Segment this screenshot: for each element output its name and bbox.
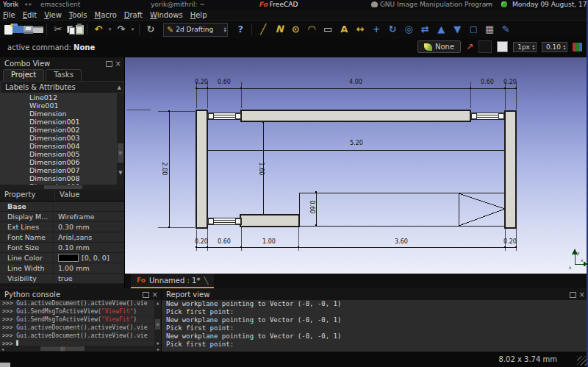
- toolbar-button[interactable]: ✂: [50, 22, 66, 37]
- property-row[interactable]: Line Width 1.00 mm: [0, 263, 124, 274]
- toolbar-button[interactable]: [24, 26, 33, 34]
- menu-item[interactable]: Windows: [150, 11, 183, 19]
- property-row[interactable]: Visibility true: [0, 274, 124, 284]
- toolbar-button[interactable]: ✎: [498, 22, 514, 37]
- property-row[interactable]: Ext Lines 0.30 mm: [0, 222, 124, 232]
- document-tab[interactable]: Fo Unnamed : 1* ╲: [131, 274, 214, 288]
- toolbar-button[interactable]: [4, 25, 12, 35]
- toolbar-button[interactable]: ▾: [107, 22, 113, 37]
- scroll-down-icon[interactable]: ▼: [117, 170, 124, 176]
- report-view-output[interactable]: New workplane pointing to Vector (-0, -0…: [162, 300, 588, 353]
- property-row[interactable]: Font Name Arial,sans: [0, 232, 124, 243]
- resize-grip[interactable]: [577, 356, 587, 366]
- toolbar-button[interactable]: ⇄: [417, 22, 433, 37]
- toolbar-button[interactable]: [12, 26, 24, 33]
- menu-item[interactable]: Edit: [23, 11, 37, 19]
- tree-item[interactable]: Dimension005: [0, 150, 124, 158]
- property-row[interactable]: Display M... Wireframe: [0, 212, 124, 222]
- console-vertical-scrollbar[interactable]: ▲≡▼: [154, 300, 161, 346]
- tree-item[interactable]: Wire001: [0, 101, 124, 110]
- property-row[interactable]: Font Size 0.10 mm: [0, 243, 124, 253]
- tree-item[interactable]: Dimension001: [0, 118, 124, 126]
- tab-project[interactable]: Project: [3, 69, 44, 81]
- task-freecad[interactable]: Fo FreeCAD: [259, 1, 298, 8]
- empty-field[interactable]: [478, 40, 492, 53]
- scroll-right-icon[interactable]: ▸: [157, 346, 159, 352]
- spinner-arrows-icon[interactable]: ▴▾: [563, 44, 565, 50]
- workbench-selector[interactable]: ✎ 2d Drafting ▴▾: [163, 23, 228, 37]
- float-panel-icon[interactable]: [570, 292, 576, 298]
- toolbar-button[interactable]: [76, 25, 84, 35]
- construction-mode-icon[interactable]: ↗: [466, 42, 473, 52]
- autogroup-button[interactable]: None: [417, 40, 461, 53]
- toolbar-button[interactable]: ▭: [320, 22, 336, 37]
- tree-item[interactable]: Dimension006: [0, 158, 124, 166]
- scrollbar-thumb[interactable]: ≡: [155, 319, 160, 329]
- property-row[interactable]: Base: [0, 202, 124, 212]
- toolbar-button[interactable]: N: [271, 22, 287, 37]
- tree-item[interactable]: Dimension002: [0, 126, 124, 134]
- close-panel-icon[interactable]: ×: [115, 61, 121, 67]
- menu-item[interactable]: Draft: [124, 11, 143, 19]
- toolbar-button[interactable]: ╱: [255, 22, 271, 37]
- menu-item[interactable]: File: [3, 11, 15, 19]
- toolbar-button[interactable]: ↻: [384, 22, 401, 37]
- scrollbar-thumb[interactable]: ≡: [118, 143, 123, 163]
- tree-item[interactable]: Dimension003: [0, 134, 124, 142]
- tray-icon[interactable]: [501, 1, 507, 8]
- tree-item[interactable]: Dimension004: [0, 142, 124, 150]
- toolbar-button[interactable]: ◻: [465, 22, 481, 37]
- window-resize-handle[interactable]: [0, 363, 10, 367]
- toolbar-button[interactable]: ▼: [449, 22, 465, 37]
- toolbar-button[interactable]: ▾: [129, 22, 136, 37]
- toolbar-button[interactable]: ◠: [304, 22, 320, 37]
- spinner-arrows-icon[interactable]: ▴▾: [532, 44, 534, 50]
- toolbar-button[interactable]: ↷: [113, 22, 129, 37]
- scroll-up-icon[interactable]: ▲: [118, 85, 121, 90]
- tree-item[interactable]: Dimension: [0, 110, 124, 118]
- menu-item[interactable]: Tools: [69, 11, 87, 19]
- line-color-swatch[interactable]: [497, 41, 508, 52]
- apply-style-icon[interactable]: [573, 43, 582, 51]
- pager-arrows-icon[interactable]: ◂ ▸: [484, 1, 492, 7]
- toolbar-button[interactable]: [46, 24, 47, 35]
- toolbar-button[interactable]: ?: [232, 22, 248, 37]
- task-terminal[interactable]: yorik@mithril: ~: [151, 1, 205, 8]
- tab-tasks[interactable]: Tasks: [46, 69, 82, 81]
- scroll-left-icon[interactable]: ◂: [1, 346, 4, 352]
- float-panel-icon[interactable]: [143, 292, 149, 298]
- toolbar-button[interactable]: ↻: [143, 22, 159, 37]
- pager-arrows-icon[interactable]: ◂ ▸: [24, 1, 32, 7]
- toolbar-button[interactable]: ◎: [401, 22, 417, 37]
- toolbar-button[interactable]: +: [368, 22, 384, 37]
- text-size-spinner[interactable]: 0.10 ▴▾: [542, 42, 567, 52]
- task-gimp[interactable]: GNU Image Manipulation Program: [371, 1, 492, 8]
- float-panel-icon[interactable]: [106, 61, 112, 67]
- toolbar-button[interactable]: [87, 24, 87, 35]
- console-horizontal-scrollbar[interactable]: ◂ ||| ▸: [0, 346, 161, 352]
- tree-item[interactable]: Dimension008: [0, 174, 124, 182]
- toolbar-button[interactable]: [251, 24, 252, 35]
- tree-item[interactable]: Line012: [0, 93, 124, 101]
- close-panel-icon[interactable]: ×: [579, 292, 585, 298]
- task-emacsclient[interactable]: emacsclient: [40, 1, 80, 8]
- toolbar-button[interactable]: [33, 26, 43, 33]
- python-console-output[interactable]: >>> Gui.activeDocument().activeView().vi…: [0, 300, 161, 346]
- menu-item[interactable]: Macro: [95, 11, 117, 19]
- scrollbar-thumb[interactable]: [44, 185, 82, 189]
- toolbar-button[interactable]: ↔: [352, 22, 368, 37]
- tree-item[interactable]: Dimension007: [0, 166, 124, 174]
- scrollbar-thumb[interactable]: |||: [40, 346, 85, 351]
- close-tab-icon[interactable]: ╲: [204, 277, 208, 285]
- toolbar-button[interactable]: ⊙: [287, 22, 304, 37]
- toolbar-button[interactable]: ▦: [481, 22, 498, 37]
- tree-vertical-scrollbar[interactable]: ≡ ▼: [117, 93, 124, 185]
- close-panel-icon[interactable]: ×: [152, 292, 158, 298]
- toolbar-button[interactable]: ↶: [90, 22, 107, 37]
- line-width-spinner[interactable]: 1px ▴▾: [513, 42, 537, 52]
- menu-item[interactable]: View: [44, 11, 62, 19]
- toolbar-button[interactable]: A: [336, 22, 352, 37]
- toolbar-button[interactable]: [66, 25, 76, 35]
- menu-item[interactable]: Help: [190, 11, 207, 19]
- toolbar-button[interactable]: ▲: [433, 22, 449, 37]
